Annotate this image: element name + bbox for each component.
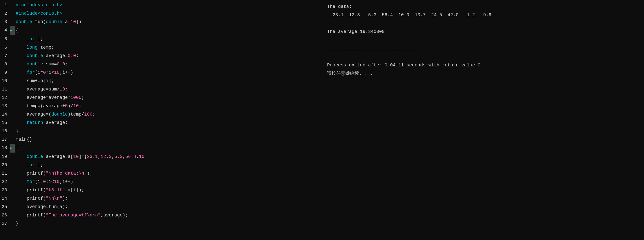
line-number: 9 bbox=[0, 68, 10, 77]
code-line-24: 24 printf("\n\n"); bbox=[0, 194, 322, 203]
output-line-0: The data: bbox=[327, 3, 639, 11]
output-line-3: The average=19.840000 bbox=[327, 28, 639, 36]
code-content: #include<conio.h> bbox=[15, 9, 62, 18]
code-content: double average=0.0; bbox=[15, 52, 79, 60]
code-content: return average; bbox=[15, 119, 68, 127]
output-line-7: Process exited after 0.04111 seconds wit… bbox=[327, 61, 639, 69]
code-line-5: 5 int i; bbox=[0, 35, 322, 43]
code-line-9: 9 for(i=0;i<10;i++) bbox=[0, 68, 322, 77]
output-lines-container: The data: 23.1 12.3 5.3 56.4 10.0 13.7 2… bbox=[327, 3, 639, 78]
code-lines-container: 1#include<stdio.h>2#include<conio.h>3dou… bbox=[0, 1, 322, 228]
line-marker: ▶ bbox=[10, 26, 15, 35]
output-line-1: 23.1 12.3 5.3 56.4 10.0 13.7 24.5 42.0 1… bbox=[327, 11, 639, 19]
output-line-5: ________________________________ bbox=[327, 44, 639, 53]
code-line-16: 16} bbox=[0, 127, 322, 135]
line-number: 27 bbox=[0, 219, 10, 228]
line-number: 23 bbox=[0, 186, 10, 194]
code-editor[interactable]: 1#include<stdio.h>2#include<conio.h>3dou… bbox=[0, 0, 322, 240]
code-content: average=(double)temp/100; bbox=[15, 110, 95, 119]
code-line-18: 18▶{ bbox=[0, 144, 322, 153]
code-content: for(i=0;i<10;i++) bbox=[15, 178, 73, 186]
code-content: double fun(double a[10]) bbox=[15, 18, 81, 26]
code-line-20: 20 int i; bbox=[0, 161, 322, 169]
line-number: 10 bbox=[0, 77, 10, 85]
line-number: 20 bbox=[0, 161, 10, 169]
code-line-26: 26 printf("The average=%f\n\n",average); bbox=[0, 211, 322, 219]
code-content: average=sum/10; bbox=[15, 85, 68, 94]
line-number: 16 bbox=[0, 127, 10, 135]
code-content: printf("The average=%f\n\n",average); bbox=[15, 211, 128, 219]
code-content: { bbox=[15, 26, 19, 34]
code-line-22: 22 for(i=0;i<10;i++) bbox=[0, 178, 322, 186]
code-content: int i; bbox=[15, 161, 43, 169]
code-content: int i; bbox=[15, 35, 43, 43]
line-number: 24 bbox=[0, 194, 10, 203]
code-content: printf("\nThe data:\n"); bbox=[15, 169, 92, 178]
line-number: 4 bbox=[0, 26, 10, 34]
code-content: { bbox=[15, 144, 19, 152]
line-number: 2 bbox=[0, 9, 10, 18]
output-line-4 bbox=[327, 36, 639, 44]
line-number: 1 bbox=[0, 1, 10, 9]
code-content: sum+=a[i]; bbox=[15, 77, 54, 85]
code-content: long temp; bbox=[15, 43, 54, 52]
code-line-7: 7 double average=0.0; bbox=[0, 52, 322, 60]
code-content: } bbox=[15, 219, 19, 228]
code-content: printf("\n\n"); bbox=[15, 194, 68, 203]
line-number: 8 bbox=[0, 60, 10, 68]
line-marker: ▶ bbox=[10, 144, 15, 153]
code-line-19: 19 double average,a[10]={23.1,12.3,5.3,5… bbox=[0, 153, 322, 161]
line-number: 19 bbox=[0, 153, 10, 161]
code-content: double average,a[10]={23.1,12.3,5.3,56.4… bbox=[15, 153, 145, 161]
code-line-2: 2#include<conio.h> bbox=[0, 9, 322, 18]
line-number: 13 bbox=[0, 102, 10, 110]
line-number: 7 bbox=[0, 52, 10, 60]
line-number: 22 bbox=[0, 178, 10, 186]
line-number: 14 bbox=[0, 110, 10, 119]
code-content: average=fun(a); bbox=[15, 203, 68, 211]
line-number: 3 bbox=[0, 18, 10, 26]
line-number: 21 bbox=[0, 169, 10, 178]
output-panel: The data: 23.1 12.3 5.3 56.4 10.0 13.7 2… bbox=[322, 0, 644, 240]
line-number: 11 bbox=[0, 85, 10, 94]
code-line-25: 25 average=fun(a); bbox=[0, 203, 322, 211]
code-content: double sum=0.0; bbox=[15, 60, 68, 68]
line-number: 26 bbox=[0, 211, 10, 219]
code-line-11: 11 average=sum/10; bbox=[0, 85, 322, 94]
code-content: #include<stdio.h> bbox=[15, 1, 62, 9]
code-content: average=average*1000; bbox=[15, 94, 84, 102]
code-line-27: 27} bbox=[0, 219, 322, 228]
code-content: } bbox=[15, 127, 19, 135]
output-line-2 bbox=[327, 19, 639, 28]
code-line-6: 6 long temp; bbox=[0, 43, 322, 52]
code-line-10: 10 sum+=a[i]; bbox=[0, 77, 322, 85]
code-line-8: 8 double sum=0.0; bbox=[0, 60, 322, 68]
output-line-8: 请按任意键继续. . . bbox=[327, 69, 639, 78]
line-number: 15 bbox=[0, 119, 10, 127]
code-line-15: 15 return average; bbox=[0, 119, 322, 127]
code-content: temp=(average+5)/10; bbox=[15, 102, 81, 110]
code-line-17: 17main() bbox=[0, 135, 322, 144]
code-line-12: 12 average=average*1000; bbox=[0, 94, 322, 102]
code-content: printf("%6.1f",a[i]); bbox=[15, 186, 84, 194]
line-number: 17 bbox=[0, 135, 10, 144]
line-number: 6 bbox=[0, 43, 10, 52]
code-line-21: 21 printf("\nThe data:\n"); bbox=[0, 169, 322, 178]
line-number: 25 bbox=[0, 203, 10, 211]
code-line-3: 3double fun(double a[10]) bbox=[0, 18, 322, 26]
line-number: 18 bbox=[0, 144, 10, 152]
code-line-13: 13 temp=(average+5)/10; bbox=[0, 102, 322, 110]
output-line-6 bbox=[327, 53, 639, 61]
code-content: main() bbox=[15, 135, 32, 144]
code-line-1: 1#include<stdio.h> bbox=[0, 1, 322, 9]
code-line-23: 23 printf("%6.1f",a[i]); bbox=[0, 186, 322, 194]
line-number: 5 bbox=[0, 35, 10, 43]
line-number: 12 bbox=[0, 94, 10, 102]
code-line-14: 14 average=(double)temp/100; bbox=[0, 110, 322, 119]
code-content: for(i=0;i<10;i++) bbox=[15, 68, 73, 77]
code-line-4: 4▶{ bbox=[0, 26, 322, 35]
